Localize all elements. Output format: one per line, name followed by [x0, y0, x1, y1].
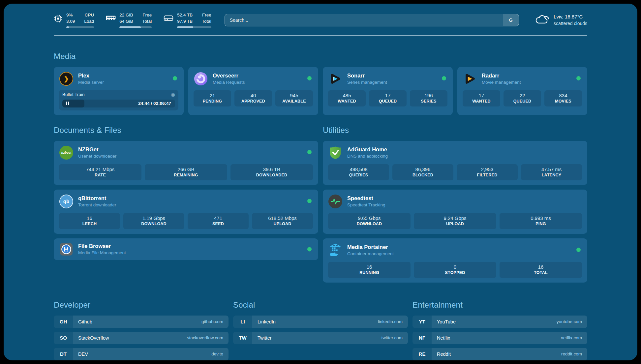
overseerr-card[interactable]: Overseerr Media Requests 21 PENDING 40 A…	[188, 67, 318, 115]
bookmark-url: netflix.com	[561, 335, 582, 340]
speedtest-card-head: Speedtest Speedtest Tracking	[328, 194, 582, 209]
service-subtitle: Media Requests	[213, 79, 245, 85]
stat-label: DOWNLOADED	[232, 173, 312, 177]
bookmark-name: Github	[78, 319, 92, 324]
disk-icon	[164, 12, 173, 23]
qbittorrent-icon-wrap: qb	[59, 194, 74, 209]
status-dot	[576, 248, 581, 252]
bookmark-group-developer: Developer GH Github github.com SO StackO…	[54, 300, 229, 360]
speedtest-icon	[328, 195, 342, 208]
sonarr-card[interactable]: Sonarr Series management 485 WANTED 17 Q…	[323, 67, 453, 115]
sonarr-icon	[328, 72, 343, 86]
bookmark-abbr: YT	[412, 316, 432, 328]
qbittorrent-card[interactable]: qb qBittorrent Torrent downloader 16 LEE…	[54, 190, 318, 234]
bookmark-group-entertainment: Entertainment YT YouTube youtube.com NF …	[412, 300, 587, 360]
bookmark-linkedin[interactable]: LI LinkedIn linkedin.com	[233, 316, 408, 328]
adguard-card[interactable]: AdGuard Home DNS and adblocking 498,508 …	[323, 141, 587, 185]
filebrowser-icon	[59, 242, 74, 257]
qbittorrent-stats: 16 LEECH 1.19 Gbps DOWNLOAD 471 SEED 6	[59, 213, 313, 229]
stat-box: 744.21 Mbps RATE	[59, 164, 141, 180]
stat-value: 1.19 Gbps	[125, 215, 183, 221]
cloud-icon	[535, 14, 549, 26]
bookmark-name: YouTube	[437, 319, 456, 324]
portainer-card[interactable]: Media Portainer Container management 16 …	[323, 238, 587, 283]
filebrowser-card[interactable]: File Browser Media File Management	[54, 238, 318, 260]
search-input[interactable]	[225, 14, 503, 26]
playback-progress-bar[interactable]: 24:44 / 02:06:47	[62, 100, 175, 107]
plex-icon: ❯	[59, 72, 73, 86]
stat-box: 0 STOPPED	[414, 262, 496, 278]
cpu-load-label: Load	[84, 18, 94, 25]
search-engine-button[interactable]: G	[503, 14, 519, 26]
stat-value: 39.6 TB	[232, 167, 312, 172]
stat-value: 498,508	[329, 167, 388, 172]
plex-card[interactable]: ❯ Plex Media server Bullet Train ◎	[54, 67, 184, 115]
stat-value: 618.52 Mbps	[253, 215, 312, 221]
radarr-card-head: Radarr Movie management	[463, 72, 582, 86]
disk-progress-fill	[177, 26, 193, 28]
status-dot	[307, 247, 312, 251]
stat-value: 834	[546, 93, 581, 98]
bookmark-main: YouTube youtube.com	[432, 316, 587, 328]
bookmark-main: Reddit reddit.com	[432, 348, 587, 360]
bookmark-reddit[interactable]: RE Reddit reddit.com	[412, 348, 587, 360]
adguard-texts: AdGuard Home DNS and adblocking	[347, 146, 388, 159]
sonarr-card-head: Sonarr Series management	[328, 72, 447, 86]
service-title: NZBGet	[78, 146, 116, 153]
session-settings-icon[interactable]: ◎	[171, 92, 175, 98]
disk-stat-body: 52.4 TB 97.9 TB Free Total	[177, 12, 211, 28]
bookmark-stackoverflow[interactable]: SO StackOverflow stackoverflow.com	[54, 332, 229, 344]
status-dot	[576, 76, 581, 80]
sonarr-stats: 485 WANTED 17 QUEUED 196 SERIES	[328, 90, 447, 106]
stat-label: STOPPED	[415, 270, 495, 275]
bookmark-group-social: Social LI LinkedIn linkedin.com TW Twitt…	[233, 300, 408, 344]
pause-icon[interactable]	[66, 102, 69, 105]
stat-box: 22 QUEUED	[504, 90, 541, 106]
bookmark-dev[interactable]: DT DEV dev.to	[54, 348, 229, 360]
stat-value: 22	[505, 93, 540, 98]
bookmark-netflix[interactable]: NF Netflix netflix.com	[412, 332, 587, 344]
speedtest-card[interactable]: Speedtest Speedtest Tracking 9.65 Gbps D…	[323, 190, 587, 234]
stat-label: UPLOAD	[253, 222, 312, 226]
stat-value: 471	[189, 215, 247, 221]
nzbget-texts: NZBGet Usenet downloader	[78, 146, 116, 159]
weather-widget: Lviv, 16.87°C scattered clouds	[535, 14, 587, 26]
stat-box: 16 LEECH	[59, 213, 120, 229]
disk-total-label: Total	[202, 18, 211, 25]
search-bar[interactable]: G	[225, 14, 519, 26]
bookmark-main: LinkedIn linkedin.com	[252, 316, 408, 328]
media-section-title: Media	[54, 52, 587, 61]
playback-time: 24:44 / 02:06:47	[138, 101, 171, 106]
bookmark-abbr: NF	[412, 332, 432, 344]
cpu-progress-fill	[66, 26, 69, 28]
cpu-stat-body: 9% 3.09 CPU Load	[66, 12, 94, 28]
nzbget-card[interactable]: nzbget NZBGet Usenet downloader 744.21 M…	[54, 141, 318, 185]
radarr-stats: 17 WANTED 22 QUEUED 834 MOVIES	[463, 90, 582, 106]
bookmark-url: stackoverflow.com	[187, 335, 223, 340]
bookmark-youtube[interactable]: YT YouTube youtube.com	[412, 316, 587, 328]
documents-cards: nzbget NZBGet Usenet downloader 744.21 M…	[54, 141, 318, 260]
stat-box: 39.6 TB DOWNLOADED	[230, 164, 313, 180]
bookmark-github[interactable]: GH Github github.com	[54, 316, 229, 328]
stat-label: AVAILABLE	[277, 99, 312, 104]
service-title: Media Portainer	[347, 244, 394, 251]
documents-section: Documents & Files nzbget NZBGet Usenet d…	[54, 126, 318, 260]
bookmark-name: LinkedIn	[258, 319, 276, 324]
bookmark-group-title: Developer	[54, 300, 229, 310]
stat-box: 9.24 Gbps UPLOAD	[414, 213, 496, 229]
status-dot	[307, 150, 312, 154]
disk-widget: 52.4 TB 97.9 TB Free Total	[164, 12, 211, 28]
bookmark-url: linkedin.com	[378, 319, 403, 324]
overseerr-card-head: Overseerr Media Requests	[194, 72, 313, 86]
nzbget-card-head: nzbget NZBGet Usenet downloader	[59, 145, 313, 160]
top-bar: 9% 3.09 CPU Load	[54, 12, 587, 28]
adguard-stats: 498,508 QUERIES 86,396 BLOCKED 2,953 FIL…	[328, 164, 582, 180]
service-title: Overseerr	[213, 72, 245, 79]
stat-value: 16	[60, 215, 119, 221]
stat-label: APPROVED	[236, 99, 271, 104]
system-stats: 9% 3.09 CPU Load	[54, 12, 211, 28]
radarr-card[interactable]: Radarr Movie management 17 WANTED 22 QUE…	[457, 67, 587, 115]
stat-label: DOWNLOAD	[329, 222, 409, 226]
weather-location: Lviv, 16.87°C	[554, 14, 587, 20]
bookmark-twitter[interactable]: TW Twitter twitter.com	[233, 332, 408, 344]
